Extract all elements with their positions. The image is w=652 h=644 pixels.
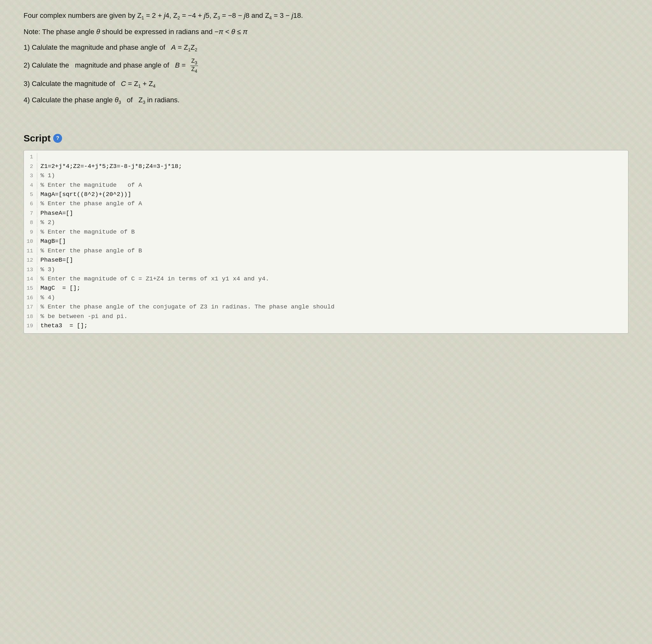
line-number: 3 — [24, 172, 37, 180]
line-number: 9 — [24, 228, 37, 236]
problem-item-2: 2) Calulate the magnitude and phase angl… — [24, 58, 628, 74]
line-number: 17 — [24, 303, 37, 311]
line-content[interactable]: MagB=[] — [40, 237, 66, 246]
code-line[interactable]: 1 — [24, 153, 628, 162]
code-line[interactable]: 10MagB=[] — [24, 237, 628, 246]
problem-item-1: 1) Calulate the magnitude and phase angl… — [24, 42, 628, 54]
line-content[interactable]: % 1) — [40, 171, 55, 180]
code-line[interactable]: 15MagC = []; — [24, 284, 628, 293]
problem-item-3: 3) Calculate the magnitude of C = Z1 + Z… — [24, 78, 628, 90]
line-number: 2 — [24, 162, 37, 171]
code-line[interactable]: 12PhaseB=[] — [24, 256, 628, 265]
line-content[interactable]: theta3 = []; — [40, 321, 87, 331]
code-line[interactable]: 3% 1) — [24, 171, 628, 180]
line-number: 12 — [24, 256, 37, 264]
code-line[interactable]: 19theta3 = []; — [24, 321, 628, 331]
line-number: 6 — [24, 200, 37, 208]
line-number: 16 — [24, 294, 37, 302]
code-line[interactable]: 17% Enter the phase angle of the conjuga… — [24, 302, 628, 312]
intro-text: Four complex numbers are given by Z1 = 2… — [24, 9, 628, 22]
line-number: 7 — [24, 209, 37, 217]
line-number: 18 — [24, 313, 37, 321]
code-line[interactable]: 16% 4) — [24, 293, 628, 302]
line-content[interactable]: MagA=[sqrt((8^2)+(20^2))] — [40, 190, 131, 199]
help-icon[interactable]: ? — [53, 134, 62, 143]
line-content[interactable]: % 4) — [40, 293, 55, 302]
line-content[interactable]: % Enter the magnitude of A — [40, 181, 142, 190]
line-number: 13 — [24, 266, 37, 274]
code-line[interactable]: 9% Enter the magnitude of B — [24, 228, 628, 237]
code-line[interactable]: 4% Enter the magnitude of A — [24, 181, 628, 190]
problem-item-4: 4) Calculate the phase angle θ3 of Z3 in… — [24, 94, 628, 106]
line-number: 1 — [24, 153, 37, 161]
code-line[interactable]: 11% Enter the phase angle of B — [24, 246, 628, 256]
code-editor[interactable]: 12Z1=2+j*4;Z2=-4+j*5;Z3=-8-j*8;Z4=3-j*18… — [24, 150, 628, 334]
code-line[interactable]: 18% be between -pi and pi. — [24, 312, 628, 321]
line-content[interactable]: Z1=2+j*4;Z2=-4+j*5;Z3=-8-j*8;Z4=3-j*18; — [40, 162, 182, 171]
code-line[interactable]: 2Z1=2+j*4;Z2=-4+j*5;Z3=-8-j*8;Z4=3-j*18; — [24, 162, 628, 171]
line-number: 10 — [24, 237, 37, 246]
line-content[interactable]: PhaseB=[] — [40, 256, 73, 265]
line-number: 4 — [24, 181, 37, 189]
line-number: 5 — [24, 190, 37, 199]
script-header: Script ? — [24, 133, 628, 144]
line-number: 15 — [24, 284, 37, 292]
code-line[interactable]: 6% Enter the phase angle of A — [24, 199, 628, 208]
line-number: 8 — [24, 218, 37, 227]
line-content[interactable]: % Enter the phase angle of B — [40, 246, 142, 256]
line-content[interactable]: % be between -pi and pi. — [40, 312, 128, 321]
line-content[interactable]: % Enter the phase angle of A — [40, 199, 142, 208]
line-number: 11 — [24, 247, 37, 255]
line-content[interactable]: PhaseA=[] — [40, 209, 73, 218]
note-text: Note: The phase angle θ should be expres… — [24, 26, 628, 37]
code-line[interactable]: 13% 3) — [24, 265, 628, 274]
line-content[interactable]: % 2) — [40, 218, 55, 227]
problem-section: Four complex numbers are given by Z1 = 2… — [24, 9, 628, 334]
code-line[interactable]: 7PhaseA=[] — [24, 209, 628, 218]
line-number: 19 — [24, 322, 37, 330]
line-content[interactable]: % Enter the phase angle of the conjugate… — [40, 302, 334, 312]
line-content[interactable]: MagC = []; — [40, 284, 80, 293]
line-content[interactable]: % Enter the magnitude of B — [40, 228, 135, 237]
code-line[interactable]: 5MagA=[sqrt((8^2)+(20^2))] — [24, 190, 628, 199]
line-content[interactable]: % Enter the magnitude of C = Z1+Z4 in te… — [40, 274, 269, 284]
line-number: 14 — [24, 275, 37, 283]
code-line[interactable]: 8% 2) — [24, 218, 628, 227]
script-label: Script — [24, 133, 51, 144]
code-line[interactable]: 14% Enter the magnitude of C = Z1+Z4 in … — [24, 274, 628, 284]
line-content[interactable]: % 3) — [40, 265, 55, 274]
fraction-b: Z3 Z4 — [190, 58, 198, 74]
